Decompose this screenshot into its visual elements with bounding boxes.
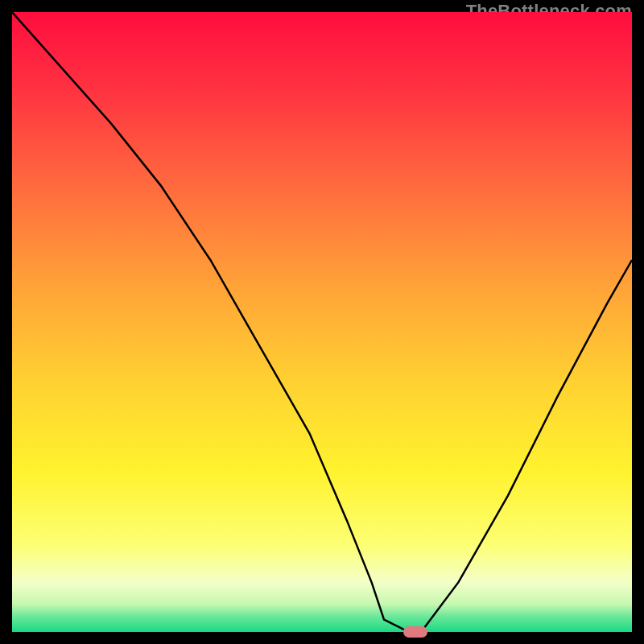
- optimum-marker: [403, 626, 427, 638]
- chart-frame: TheBottleneck.com: [12, 12, 632, 632]
- bottleneck-curve: [12, 12, 632, 632]
- plot-area: [12, 12, 632, 632]
